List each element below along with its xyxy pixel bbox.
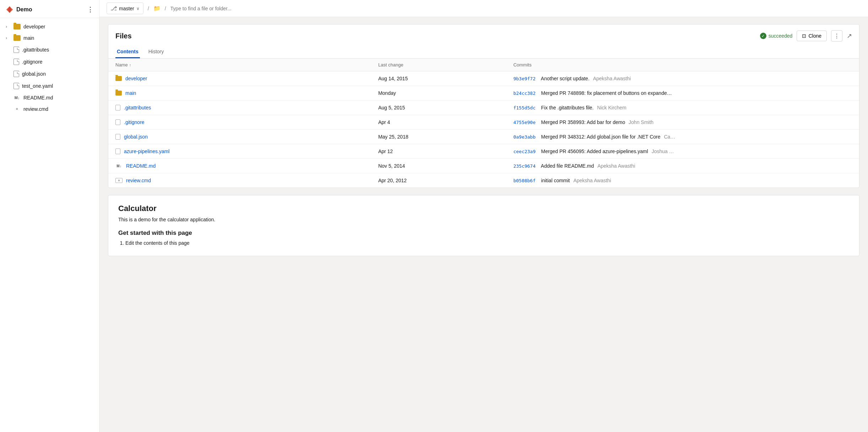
- folder-icon: [13, 24, 21, 29]
- file-link[interactable]: global.json: [124, 134, 148, 140]
- files-tabs: Contents History: [108, 46, 859, 59]
- commit-hash[interactable]: 9b3e9f72: [513, 76, 536, 81]
- commit-hash[interactable]: b24cc382: [513, 91, 536, 96]
- tab-contents[interactable]: Contents: [115, 46, 140, 58]
- commit-author: Joshua …: [652, 148, 674, 154]
- chevron-down-icon: ∨: [136, 6, 140, 11]
- file-icon: [13, 83, 19, 89]
- file-name-cell: main: [108, 86, 371, 101]
- files-title: Files: [115, 32, 132, 40]
- file-icon: [13, 71, 19, 77]
- readme-list: Edit the contents of this page: [118, 240, 849, 246]
- table-row: ≡ review.cmd Apr 20, 2012 b0508b6f initi…: [108, 173, 859, 188]
- commit-message: initial commit: [541, 178, 570, 183]
- table-row: developer Aug 14, 2015 9b3e9f72 Another …: [108, 71, 859, 86]
- monitor-icon: ⊡: [802, 33, 806, 39]
- table-row: .gitignore Apr 4 4755e90e Merged PR 3589…: [108, 115, 859, 130]
- sidebar-tree: › developer › main › .gitattributes › .g…: [0, 18, 99, 118]
- folder-icon: [115, 91, 122, 96]
- commit-hash[interactable]: 235c9674: [513, 163, 536, 169]
- folder-icon: [13, 35, 21, 41]
- commit-author: Apeksha Awasthi: [597, 163, 635, 169]
- sidebar-item-label: .gitignore: [22, 59, 43, 65]
- sidebar-item-test-yaml[interactable]: › test_one.yaml: [0, 80, 99, 92]
- file-path-input[interactable]: [170, 6, 259, 11]
- file-name-cell: ≡ review.cmd: [108, 173, 371, 188]
- sidebar-item-gitattributes[interactable]: › .gitattributes: [0, 44, 99, 56]
- status-text: succeeded: [769, 33, 793, 39]
- files-header: Files ✓ succeeded ⊡ Clone ⋮ ↗: [108, 25, 859, 42]
- file-link[interactable]: azure-pipelines.yaml: [124, 148, 169, 154]
- commit-message: Fix the .gitattributes file.: [541, 105, 594, 110]
- file-date: Aug 5, 2015: [371, 101, 506, 115]
- sidebar-logo: Demo: [6, 6, 32, 14]
- commit-hash[interactable]: f155d5dc: [513, 105, 536, 110]
- commit-hash[interactable]: ceec23a9: [513, 149, 536, 154]
- clone-button[interactable]: ⊡ Clone: [797, 31, 827, 41]
- sidebar-item-label: test_one.yaml: [22, 83, 53, 89]
- logo-icon: [6, 6, 13, 14]
- sidebar-item-readme[interactable]: › M↓ README.md: [0, 92, 99, 103]
- col-header-commits: Commits: [506, 59, 859, 71]
- cmd-icon: ≡: [115, 178, 123, 183]
- commit-author: Apeksha Awasthi: [573, 178, 611, 183]
- sidebar-item-review-cmd[interactable]: › ≡ review.cmd: [0, 103, 99, 115]
- sidebar-item-label: main: [23, 35, 34, 41]
- main-area: ⎇ master ∨ / 📁 / Files ✓ succeeded ⊡ Cl: [99, 0, 868, 432]
- file-name-cell: M↓ README.md: [108, 159, 371, 173]
- sidebar-item-gitignore[interactable]: › .gitignore: [0, 56, 99, 68]
- file-link[interactable]: developer: [125, 76, 147, 81]
- sort-ascending-icon: ↑: [129, 63, 131, 67]
- cmd-icon: ≡: [13, 107, 21, 111]
- commit-message: Merged PR 748898: fix placement of butto…: [541, 90, 672, 96]
- sidebar-more-button[interactable]: ⋮: [87, 6, 93, 14]
- sidebar-item-label: review.cmd: [23, 106, 48, 112]
- file-link[interactable]: README.md: [126, 163, 156, 169]
- branch-icon: ⎇: [110, 5, 117, 12]
- commit-hash[interactable]: 4755e90e: [513, 120, 536, 125]
- sidebar-item-developer[interactable]: › developer: [0, 21, 99, 32]
- tab-history[interactable]: History: [147, 46, 166, 58]
- path-separator: /: [148, 6, 149, 11]
- file-name-cell: .gitattributes: [108, 101, 371, 115]
- file-link[interactable]: .gitignore: [124, 119, 145, 125]
- file-commit: b24cc382 Merged PR 748898: fix placement…: [506, 86, 859, 101]
- commit-author: John Smith: [629, 119, 653, 125]
- commit-message: Merged PR 358993: Add bar for demo: [541, 119, 625, 125]
- tab-contents-label: Contents: [117, 49, 139, 54]
- file-icon: [115, 148, 120, 154]
- file-icon: [13, 47, 19, 53]
- col-header-last-change: Last change: [371, 59, 506, 71]
- more-options-button[interactable]: ⋮: [831, 30, 842, 42]
- file-link[interactable]: review.cmd: [126, 178, 151, 183]
- file-date: Monday: [371, 86, 506, 101]
- path-separator2: /: [165, 6, 166, 11]
- sidebar-header: Demo ⋮: [0, 0, 99, 18]
- file-commit: 235c9674 Added file README.md Apeksha Aw…: [506, 159, 859, 173]
- sidebar-item-main[interactable]: › main: [0, 32, 99, 44]
- files-actions: ✓ succeeded ⊡ Clone ⋮ ↗: [760, 30, 852, 42]
- file-link[interactable]: main: [125, 90, 136, 96]
- sidebar-item-global-json[interactable]: › global.json: [0, 68, 99, 80]
- svg-marker-1: [8, 6, 11, 13]
- chevron-icon: ›: [6, 36, 11, 40]
- path-folder-icon: 📁: [153, 5, 161, 12]
- file-link[interactable]: .gitattributes: [124, 105, 151, 110]
- branch-selector[interactable]: ⎇ master ∨: [107, 2, 143, 14]
- commit-author: Apeksha Awasthi: [593, 76, 631, 81]
- file-table: Name ↑ Last change Commits developer Aug…: [108, 59, 859, 188]
- md-icon: M↓: [115, 164, 123, 168]
- file-commit: 9b3e9f72 Another script update. Apeksha …: [506, 71, 859, 86]
- tab-history-label: History: [148, 49, 164, 54]
- expand-icon[interactable]: ↗: [847, 32, 852, 40]
- sidebar-item-label: README.md: [23, 95, 53, 101]
- file-icon: [115, 119, 120, 125]
- table-row: azure-pipelines.yaml Apr 12 ceec23a9 Mer…: [108, 144, 859, 159]
- commit-hash[interactable]: 0a9e3abb: [513, 134, 536, 140]
- file-icon: [115, 134, 120, 140]
- file-commit: f155d5dc Fix the .gitattributes file. Ni…: [506, 101, 859, 115]
- commit-hash[interactable]: b0508b6f: [513, 178, 536, 183]
- commit-author: Nick Kirchem: [597, 105, 626, 110]
- file-date: Aug 14, 2015: [371, 71, 506, 86]
- readme-section: Calculator This is a demo for the calcul…: [108, 195, 859, 256]
